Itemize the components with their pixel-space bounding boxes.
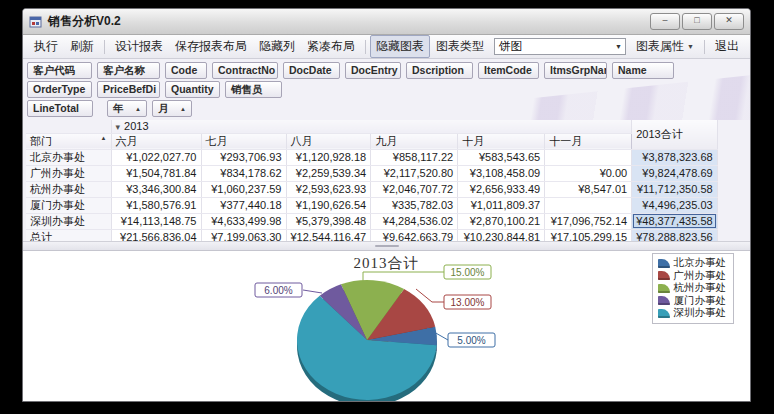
group-header-row: ▾20132013合计	[26, 120, 717, 133]
grid-chart-splitter[interactable]	[23, 241, 750, 251]
total-column-header[interactable]: 2013合计	[632, 120, 717, 149]
window-title: 销售分析V0.2	[48, 13, 648, 30]
field-salesperson[interactable]: 销售员	[225, 81, 282, 98]
row-header-cell[interactable]: 深圳办事处	[26, 213, 111, 229]
total-value-cell[interactable]: ¥78,288,823.56	[632, 229, 717, 241]
value-cell[interactable]: ¥8,547.01	[545, 181, 632, 197]
month-column-header[interactable]: 十一月	[545, 133, 632, 149]
value-cell[interactable]: ¥858,117.22	[371, 149, 458, 165]
value-cell[interactable]: ¥17,096,752.14	[545, 213, 632, 229]
row-field-header[interactable]: 部门▲	[26, 133, 111, 149]
hide-columns-button[interactable]: 隐藏列	[253, 35, 301, 58]
field-pricebefdi[interactable]: PriceBefDi	[97, 81, 160, 98]
filter-fields-row-1: 客户代码客户名称CodeContractNoDocDateDocEntryDsc…	[27, 62, 746, 79]
legend-swatch-icon	[658, 259, 670, 268]
chart-properties-button[interactable]: 图表属性▼	[630, 35, 700, 58]
legend-swatch-icon	[658, 296, 670, 305]
total-value-cell[interactable]: ¥4,496,235.03	[632, 197, 717, 213]
value-cell[interactable]: ¥1,580,576.91	[111, 197, 201, 213]
field-dscription[interactable]: Dscription	[406, 62, 473, 79]
field-ordertype[interactable]: OrderType	[27, 81, 92, 98]
value-cell[interactable]: ¥3,108,458.09	[458, 165, 545, 181]
value-cell[interactable]: ¥377,440.18	[201, 197, 286, 213]
value-cell[interactable]: ¥2,656,933.49	[458, 181, 545, 197]
field-contractno[interactable]: ContractNo	[212, 62, 278, 79]
total-value-cell[interactable]: ¥48,377,435.58	[632, 213, 717, 229]
field-docentry[interactable]: DocEntry	[345, 62, 401, 79]
row-header-cell[interactable]: 总计	[26, 229, 111, 241]
value-cell[interactable]: ¥2,870,100.21	[458, 213, 545, 229]
maximize-button[interactable]: □	[682, 13, 712, 30]
field-quantity[interactable]: Quantity	[165, 81, 220, 98]
value-cell[interactable]: ¥335,782.03	[371, 197, 458, 213]
compact-layout-button[interactable]: 紧凑布局	[301, 35, 361, 58]
row-header-cell[interactable]: 杭州办事处	[26, 181, 111, 197]
field-code[interactable]: Code	[165, 62, 207, 79]
month-column-header[interactable]: 七月	[201, 133, 286, 149]
value-cell[interactable]: ¥1,190,626.54	[286, 197, 371, 213]
field-customer-name[interactable]: 客户名称	[97, 62, 160, 79]
value-cell[interactable]: ¥293,706.93	[201, 149, 286, 165]
field-itmsgrpnam[interactable]: ItmsGrpNam	[544, 62, 607, 79]
value-cell[interactable]: ¥12,544,116.47	[286, 229, 371, 241]
chart-type-select[interactable]: 饼图▼	[494, 38, 626, 55]
legend-item[interactable]: 北京办事处	[658, 257, 727, 270]
value-cell[interactable]: ¥1,504,781.84	[111, 165, 201, 181]
field-month[interactable]: 月▲	[152, 100, 192, 117]
month-column-header[interactable]: 九月	[371, 133, 458, 149]
value-cell[interactable]: ¥4,633,499.98	[201, 213, 286, 229]
field-year[interactable]: 年▲	[107, 100, 147, 117]
month-column-header[interactable]: 六月	[111, 133, 201, 149]
field-customer-code[interactable]: 客户代码	[27, 62, 92, 79]
value-cell[interactable]: ¥2,593,623.93	[286, 181, 371, 197]
value-cell[interactable]: ¥21,566,836.04	[111, 229, 201, 241]
exit-button[interactable]: 退出	[709, 35, 745, 58]
legend-item[interactable]: 杭州办事处	[658, 282, 727, 295]
total-value-cell[interactable]: ¥11,712,350.58	[632, 181, 717, 197]
month-column-header[interactable]: 十月	[458, 133, 545, 149]
row-header-cell[interactable]: 广州办事处	[26, 165, 111, 181]
row-header-cell[interactable]: 北京办事处	[26, 149, 111, 165]
legend-item[interactable]: 厦门办事处	[658, 295, 727, 308]
field-linetotal[interactable]: LineTotal	[27, 100, 93, 117]
title-bar: 销售分析V0.2 – □ ✕	[23, 9, 750, 35]
value-cell[interactable]: ¥5,379,398.48	[286, 213, 371, 229]
close-button[interactable]: ✕	[714, 13, 744, 30]
value-cell[interactable]: ¥7,199,063.30	[201, 229, 286, 241]
value-cell[interactable]: ¥1,011,809.37	[458, 197, 545, 213]
design-report-button[interactable]: 设计报表	[109, 35, 169, 58]
year-group-cell[interactable]: ▾2013	[111, 120, 632, 133]
value-cell[interactable]: ¥14,113,148.75	[111, 213, 201, 229]
value-cell[interactable]: ¥2,259,539.34	[286, 165, 371, 181]
value-cell[interactable]: ¥3,346,300.84	[111, 181, 201, 197]
total-value-cell[interactable]: ¥9,824,478.69	[632, 165, 717, 181]
value-cell[interactable]: ¥834,178.62	[201, 165, 286, 181]
value-cell[interactable]: ¥9,642,663.79	[371, 229, 458, 241]
value-cell[interactable]: ¥17,105,299.15	[545, 229, 632, 241]
value-cell[interactable]: ¥4,284,536.02	[371, 213, 458, 229]
hide-chart-button[interactable]: 隐藏图表	[370, 35, 430, 58]
minimize-button[interactable]: –	[650, 13, 680, 30]
save-report-layout-button[interactable]: 保存报表布局	[169, 35, 253, 58]
month-column-header[interactable]: 八月	[286, 133, 371, 149]
row-header-cell[interactable]: 厦门办事处	[26, 197, 111, 213]
legend-item[interactable]: 广州办事处	[658, 270, 727, 283]
field-itemcode[interactable]: ItemCode	[478, 62, 539, 79]
value-cell[interactable]: ¥1,120,928.18	[286, 149, 371, 165]
run-button[interactable]: 执行	[28, 35, 64, 58]
total-value-cell[interactable]: ¥3,878,323.68	[632, 149, 717, 165]
value-cell[interactable]: ¥1,022,027.70	[111, 149, 201, 165]
field-docdate[interactable]: DocDate	[283, 62, 340, 79]
refresh-button[interactable]: 刷新	[64, 35, 100, 58]
value-cell[interactable]: ¥583,543.65	[458, 149, 545, 165]
value-cell[interactable]	[545, 197, 632, 213]
value-cell[interactable]: ¥2,117,520.80	[371, 165, 458, 181]
value-cell[interactable]: ¥1,060,237.59	[201, 181, 286, 197]
field-name[interactable]: Name	[612, 62, 674, 79]
filter-field-area: 客户代码客户名称CodeContractNoDocDateDocEntryDsc…	[23, 59, 750, 120]
legend-item[interactable]: 深圳办事处	[658, 307, 727, 320]
value-cell[interactable]: ¥10,230,844.81	[458, 229, 545, 241]
value-cell[interactable]	[545, 149, 632, 165]
value-cell[interactable]: ¥2,046,707.72	[371, 181, 458, 197]
value-cell[interactable]: ¥0.00	[545, 165, 632, 181]
